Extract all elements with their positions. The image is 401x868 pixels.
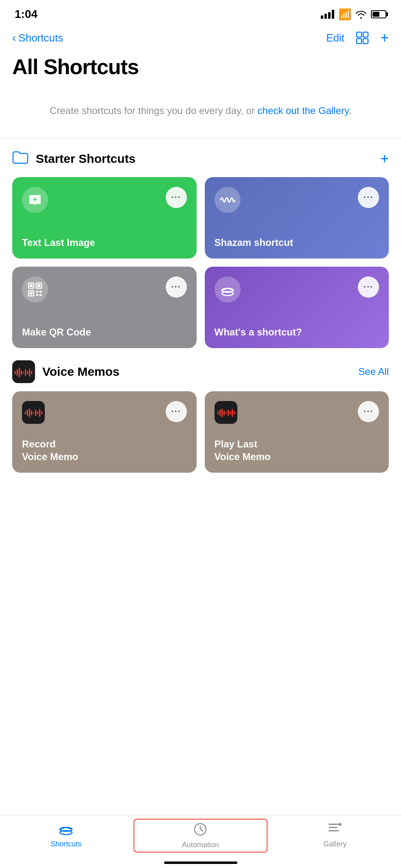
tab-shortcuts[interactable]: Shortcuts (0, 821, 132, 848)
shortcut-card-whats-shortcut[interactable]: ··· What's a shortcut? (205, 267, 389, 348)
svg-rect-36 (41, 411, 42, 414)
svg-rect-6 (30, 284, 33, 287)
svg-rect-24 (27, 371, 28, 374)
svg-rect-33 (35, 410, 36, 416)
status-bar: 1:04 📶 (0, 0, 401, 24)
wifi-icon: 📶 (338, 8, 351, 21)
voice-memos-grid: ··· RecordVoice Memo (12, 391, 389, 473)
shortcut-card-text-last-image[interactable]: + ··· Text Last Image (12, 177, 197, 259)
nav-bar: ‹ Shortcuts Edit + (0, 24, 401, 51)
svg-rect-10 (30, 292, 33, 295)
signal-bars-icon (321, 10, 334, 19)
grid-view-button[interactable] (356, 31, 369, 44)
qr-code-icon (22, 276, 48, 302)
home-indicator (164, 861, 237, 864)
automation-tab-label: Automation (182, 841, 219, 849)
svg-rect-51 (329, 827, 337, 828)
svg-rect-13 (36, 294, 38, 296)
add-shortcut-button[interactable]: + (380, 31, 389, 45)
starter-shortcuts-header: Starter Shortcuts + (12, 150, 389, 167)
qr-code-label: Make QR Code (22, 326, 187, 338)
svg-rect-19 (17, 369, 18, 376)
shortcut-card-record-voice-memo[interactable]: ··· RecordVoice Memo (12, 391, 197, 473)
svg-rect-42 (226, 412, 227, 414)
battery-icon (371, 10, 386, 18)
starter-shortcuts-section: Starter Shortcuts + + ··· Text Last Imag… (0, 139, 401, 356)
svg-rect-1 (363, 32, 368, 37)
whats-shortcut-icon (215, 276, 241, 302)
add-starter-shortcut-button[interactable]: + (380, 151, 389, 166)
svg-rect-30 (29, 408, 30, 417)
svg-rect-31 (31, 410, 32, 415)
svg-rect-0 (357, 32, 362, 37)
nav-actions: Edit + (326, 31, 389, 45)
text-last-image-label: Text Last Image (22, 236, 187, 249)
tab-automation[interactable]: Automation (134, 819, 267, 853)
voice-memos-see-all-button[interactable]: See All (358, 366, 389, 377)
empty-state: Create shortcuts for things you do every… (0, 87, 401, 138)
shortcut-card-qr-code[interactable]: ··· Make QR Code (12, 267, 197, 348)
svg-rect-14 (39, 294, 42, 296)
play-last-voice-memo-more-button[interactable]: ··· (358, 401, 379, 422)
text-last-image-more-button[interactable]: ··· (166, 187, 187, 208)
gallery-tab-icon (327, 821, 343, 837)
voice-memos-title-group: Voice Memos (12, 360, 120, 383)
shortcuts-tab-label: Shortcuts (50, 840, 81, 848)
shazam-label: Shazam shortcut (215, 236, 379, 249)
page-title-section: All Shortcuts (0, 51, 401, 87)
svg-rect-21 (21, 370, 22, 375)
svg-rect-25 (29, 368, 30, 377)
qr-code-more-button[interactable]: ··· (166, 276, 187, 298)
svg-rect-41 (224, 410, 225, 415)
svg-rect-32 (33, 412, 34, 414)
shortcuts-tab-icon (58, 821, 74, 837)
svg-rect-44 (230, 411, 231, 414)
edit-button[interactable]: Edit (326, 32, 344, 44)
starter-shortcuts-grid: + ··· Text Last Image ··· Shazam shortcu… (12, 177, 389, 348)
gallery-tab-label: Gallery (323, 840, 346, 848)
svg-rect-52 (329, 830, 339, 831)
svg-rect-39 (219, 410, 221, 416)
voice-memos-title: Voice Memos (42, 365, 120, 379)
tab-bar: Shortcuts Automation Gallery (0, 815, 401, 868)
empty-state-text: Create shortcuts for things you do every… (12, 103, 389, 118)
svg-rect-22 (23, 372, 24, 373)
gallery-link[interactable]: check out the Gallery. (258, 105, 351, 116)
svg-rect-28 (25, 411, 26, 414)
shazam-icon (215, 187, 241, 213)
voice-memos-header: Voice Memos See All (12, 360, 389, 383)
status-icons: 📶 (321, 8, 386, 21)
svg-rect-45 (232, 409, 233, 417)
svg-rect-12 (39, 291, 42, 293)
page-title: All Shortcuts (12, 55, 389, 79)
shazam-more-button[interactable]: ··· (358, 187, 379, 208)
record-voice-memo-more-button[interactable]: ··· (166, 401, 187, 422)
back-button[interactable]: ‹ Shortcuts (12, 32, 63, 44)
svg-rect-11 (36, 291, 38, 293)
svg-text:+: + (33, 196, 37, 203)
svg-rect-40 (221, 408, 223, 417)
svg-rect-18 (15, 371, 16, 374)
svg-rect-35 (39, 409, 40, 417)
starter-shortcuts-title: Starter Shortcuts (36, 152, 136, 166)
svg-rect-23 (25, 369, 26, 376)
play-last-voice-memo-icon (215, 401, 237, 424)
play-last-voice-memo-label: Play LastVoice Memo (215, 438, 379, 463)
svg-rect-2 (357, 39, 362, 44)
svg-rect-26 (31, 371, 32, 374)
tab-gallery[interactable]: Gallery (269, 821, 401, 848)
whats-shortcut-more-button[interactable]: ··· (358, 276, 379, 298)
chevron-left-icon: ‹ (12, 32, 16, 44)
svg-rect-34 (37, 411, 38, 414)
svg-rect-8 (37, 284, 40, 287)
shortcut-card-play-last-voice-memo[interactable]: ··· Play LastVoice Memo (205, 391, 389, 473)
folder-icon (12, 150, 28, 167)
record-voice-memo-icon (22, 401, 45, 424)
text-last-image-icon: + (22, 187, 48, 213)
svg-rect-46 (234, 411, 235, 414)
status-time: 1:04 (15, 8, 37, 21)
starter-shortcuts-title-group: Starter Shortcuts (12, 150, 136, 167)
svg-rect-20 (19, 368, 20, 377)
shortcut-card-shazam[interactable]: ··· Shazam shortcut (205, 177, 389, 259)
voice-memos-section: Voice Memos See All (0, 356, 401, 481)
